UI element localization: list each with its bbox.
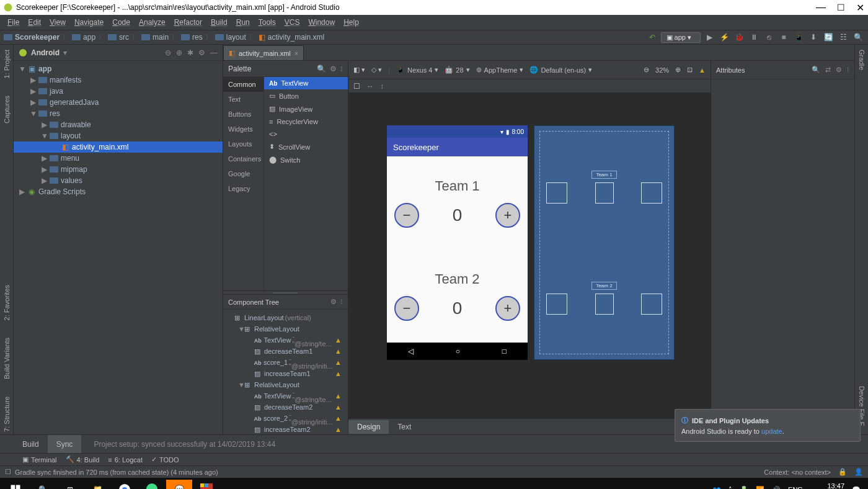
options-icon[interactable]: ⁝ [340, 298, 343, 306]
crumb-5[interactable]: layout [215, 33, 246, 42]
close-button[interactable]: ✕ [856, 2, 864, 14]
left-tab-structure[interactable]: 7: Structure [2, 394, 12, 434]
api-selector[interactable]: 🤖 28 ▾ [445, 66, 469, 74]
tree-node[interactable]: ▶◉Gradle Scripts [14, 186, 223, 197]
decrease-team1-button[interactable]: − [394, 203, 419, 228]
hor-icon[interactable]: ↔ [366, 82, 374, 91]
tree-node[interactable]: ▼▣app [14, 63, 223, 74]
menu-edit[interactable]: Edit [24, 17, 45, 28]
tray-chevron-icon[interactable]: ˄ [728, 486, 732, 490]
ver-icon[interactable]: ↕ [380, 82, 384, 91]
gear-icon[interactable]: ⚙ [836, 66, 842, 74]
device-selector[interactable]: 📱 Nexus 4 ▾ [396, 66, 438, 74]
palette-category[interactable]: Legacy [223, 181, 264, 196]
menu-run[interactable]: Run [232, 17, 254, 28]
canvas-inner[interactable]: ▾ ▮ 8:00 Scorekeeper Team 1 − [348, 93, 711, 418]
line-button[interactable]: 💬 [166, 480, 192, 489]
tree-node[interactable]: ▶menu [14, 153, 223, 164]
tree-node[interactable]: ▶java [14, 86, 223, 97]
bottom-tab-sync[interactable]: Sync [48, 435, 82, 453]
nav-back-icon[interactable]: ◁ [408, 347, 414, 356]
people-icon[interactable]: 👥 [712, 486, 721, 490]
increase-team1-button[interactable]: + [495, 203, 520, 228]
maximize-button[interactable]: ☐ [837, 2, 845, 12]
nav-home-icon[interactable]: ○ [456, 347, 460, 356]
palette-category[interactable]: Buttons [223, 107, 264, 122]
explorer-button[interactable]: 📁 [84, 480, 110, 489]
tree-node[interactable]: ▶generatedJava [14, 97, 223, 108]
run-config-select[interactable]: ▣ app ▾ [661, 32, 701, 43]
theme-selector[interactable]: ⊚ AppTheme ▾ [476, 66, 524, 74]
bottom-tab-build[interactable]: Build [14, 435, 48, 453]
sync-icon[interactable]: 🔄 [823, 32, 833, 42]
right-tab-gradle[interactable]: Gradle [857, 47, 867, 73]
tree-node[interactable]: ▶manifests [14, 74, 223, 86]
menu-code[interactable]: Code [108, 17, 134, 28]
component-tree-row[interactable]: Abscore_1- "@string/initi...▲ [223, 357, 348, 368]
crumb-4[interactable]: res [181, 33, 203, 42]
menu-navigate[interactable]: Navigate [71, 17, 107, 28]
palette-item[interactable]: ⬍ScrollView [264, 140, 348, 153]
left-tab-captures[interactable]: Captures [2, 93, 12, 126]
app-button[interactable] [193, 480, 219, 489]
crumb-6[interactable]: ◧activity_main.xml [259, 33, 324, 42]
zoom-fit-icon[interactable]: ⊡ [687, 66, 693, 74]
tree-node[interactable]: ▼layout [14, 130, 223, 141]
tool-build[interactable]: 🔨 4: Build [66, 455, 100, 464]
gear-icon[interactable]: ⚙ [330, 65, 337, 73]
options-icon[interactable]: ⁝ [340, 65, 343, 73]
palette-item[interactable]: ⬤Switch [264, 153, 348, 166]
ide-update-notification[interactable]: ⓘIDE and Plugin Updates Android Studio i… [675, 409, 861, 442]
tool-terminal[interactable]: ▣ Terminal [22, 455, 57, 464]
left-tab-build-variants[interactable]: Build Variants [2, 335, 12, 382]
menu-view[interactable]: View [46, 17, 69, 28]
clock[interactable]: 13:47 14/02/2019 [810, 482, 844, 489]
palette-category[interactable]: Widgets [223, 122, 264, 137]
palette-category[interactable]: Containers [223, 151, 264, 166]
palette-item[interactable]: ▨ImageView [264, 102, 348, 115]
crumb-2[interactable]: src [108, 33, 129, 42]
hide-icon[interactable]: — [210, 48, 218, 57]
profile-icon[interactable]: ⏸ [749, 32, 759, 42]
nav-recents-icon[interactable]: □ [502, 347, 507, 356]
avd-icon[interactable]: 📱 [794, 32, 804, 42]
filter-icon[interactable]: ⇄ [825, 66, 831, 74]
palette-item[interactable]: ≡RecyclerView [264, 115, 348, 128]
view-mode-icon[interactable]: ◧ ▾ [353, 66, 365, 74]
gear-icon[interactable]: ⚙ [198, 48, 205, 57]
search-icon[interactable]: 🔍 [317, 65, 326, 73]
zoom-out-icon[interactable]: ⊖ [644, 66, 649, 74]
menu-analyze[interactable]: Analyze [135, 17, 169, 28]
palette-category[interactable]: Layouts [223, 137, 264, 151]
tool-todo[interactable]: ✓ TODO [151, 455, 179, 464]
tab-text[interactable]: Text [389, 420, 420, 434]
debug-icon[interactable]: 🐞 [734, 32, 744, 42]
crumb-0[interactable]: Scorekeeper [4, 33, 60, 42]
battery-icon[interactable]: 🔋 [740, 486, 748, 490]
stop-icon[interactable]: ■ [779, 32, 789, 42]
tool-logcat[interactable]: ≡ 6: Logcat [108, 456, 143, 464]
pan-icon[interactable]: ☐ [353, 82, 360, 91]
structure-icon[interactable]: ☷ [838, 32, 848, 42]
menu-build[interactable]: Build [207, 17, 231, 28]
task-view-button[interactable]: ⊞ [57, 480, 83, 489]
orientation-icon[interactable]: ◇ ▾ [371, 66, 382, 74]
tab-design[interactable]: Design [348, 420, 389, 434]
locale-selector[interactable]: 🌐 Default (en-us) ▾ [529, 66, 592, 74]
decrease-team2-button[interactable]: − [394, 296, 419, 321]
sdk-icon[interactable]: ⬇ [808, 32, 818, 42]
palette-category[interactable]: Google [223, 166, 264, 181]
notifications-icon[interactable]: 💬 [852, 486, 861, 490]
tree-node[interactable]: ▶mipmap [14, 164, 223, 175]
tree-node[interactable]: ▼res [14, 108, 223, 119]
volume-icon[interactable]: 🔊 [772, 486, 781, 490]
menu-vcs[interactable]: VCS [281, 17, 304, 28]
tree-node[interactable]: ▶drawable [14, 119, 223, 130]
menu-window[interactable]: Window [304, 17, 339, 28]
component-tree-row[interactable]: AbTextView- "@string/te...▲ [223, 334, 348, 346]
close-icon[interactable]: × [294, 50, 298, 57]
tree-node[interactable]: ◧activity_main.xml [14, 141, 223, 153]
zoom-in-icon[interactable]: ⊕ [675, 66, 681, 74]
menu-help[interactable]: Help [340, 17, 363, 28]
palette-category[interactable]: Common [223, 77, 264, 92]
